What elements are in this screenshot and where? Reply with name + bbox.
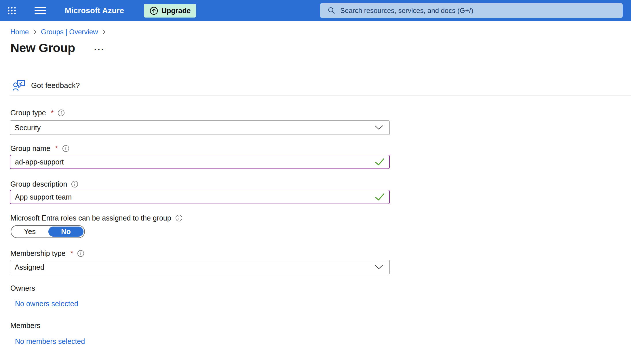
toggle-option-yes[interactable]: Yes [11,227,48,236]
group-name-field [10,155,390,169]
search-input[interactable] [340,6,623,15]
group-name-input[interactable] [10,155,389,168]
breadcrumb-groups-overview-link[interactable]: Groups | Overview [41,28,98,36]
group-type-value: Security [15,124,41,132]
toggle-option-no[interactable]: No [48,227,83,237]
brand-title[interactable]: Microsoft Azure [65,0,124,21]
membership-type-select[interactable]: Assigned [10,260,390,274]
global-search-box[interactable] [320,3,623,18]
upgrade-button[interactable]: Upgrade [144,4,196,18]
no-members-selected-link[interactable]: No members selected [15,337,85,346]
chevron-down-icon [375,125,383,130]
group-description-label-row: Group description [10,180,78,188]
group-type-select[interactable]: Security [10,120,390,135]
breadcrumb-home-link[interactable]: Home [10,28,29,36]
got-feedback-label: Got feedback? [31,81,80,90]
info-icon[interactable] [71,181,78,188]
breadcrumb-chevron-icon [102,28,106,35]
hamburger-menu-button[interactable] [32,0,49,21]
required-marker: * [51,109,54,117]
got-feedback-button[interactable]: Got feedback? [13,79,80,91]
info-icon[interactable] [62,145,69,152]
group-description-field [10,190,390,204]
breadcrumb: Home Groups | Overview [10,28,106,36]
info-icon[interactable] [58,109,65,116]
valid-check-icon [375,158,385,166]
members-label: Members [10,321,40,330]
feedback-person-icon [13,79,26,91]
membership-type-label: Membership type [10,249,66,258]
upgrade-arrow-icon [149,6,158,15]
entra-roles-label-row: Microsoft Entra roles can be assigned to… [10,214,183,222]
page-title: New Group [10,41,75,55]
group-type-label-row: Group type * [10,109,65,117]
entra-roles-toggle: Yes No [11,225,85,238]
membership-type-label-row: Membership type * [10,249,84,258]
upgrade-label: Upgrade [161,7,191,15]
owners-label: Owners [10,284,35,292]
group-type-label: Group type [10,109,46,117]
entra-roles-label: Microsoft Entra roles can be assigned to… [10,214,171,222]
group-description-label: Group description [10,180,67,188]
info-icon[interactable] [77,250,84,257]
title-row: New Group ... [10,41,105,55]
membership-type-value: Assigned [15,263,44,271]
section-divider [9,95,631,95]
group-name-label: Group name [10,144,50,153]
app-launcher-button[interactable] [3,0,20,21]
search-icon [328,7,335,14]
breadcrumb-chevron-icon [33,28,37,35]
valid-check-icon [375,193,385,201]
chevron-down-icon [375,265,383,270]
hamburger-icon [35,6,46,15]
more-options-button[interactable]: ... [94,43,105,52]
waffle-grid-icon [7,6,16,15]
no-owners-selected-link[interactable]: No owners selected [15,300,78,308]
required-marker: * [55,144,58,153]
top-bar: Microsoft Azure Upgrade [0,0,631,21]
info-icon[interactable] [175,214,183,222]
required-marker: * [71,249,73,258]
group-description-input[interactable] [10,190,389,204]
azure-portal-page: Microsoft Azure Upgrade Home Groups | Ov… [0,0,631,364]
group-name-label-row: Group name * [10,144,69,153]
